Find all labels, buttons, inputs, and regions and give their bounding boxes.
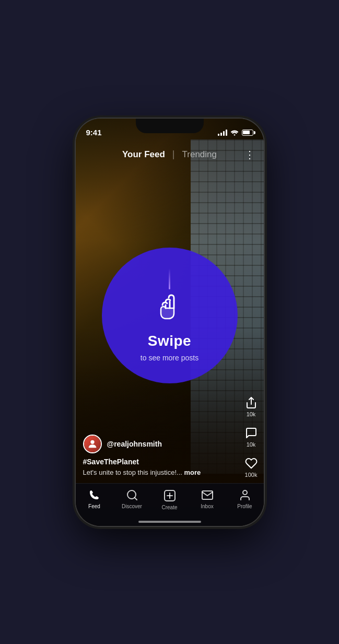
nav-create-label: Create [161,505,177,510]
svg-point-0 [90,440,94,444]
like-count: 100k [245,472,258,478]
phone-outer: 9:41 Your Feed | Trending ⋮ [0,0,339,644]
header-divider: | [172,149,175,160]
trending-tab[interactable]: Trending [176,149,223,160]
nav-discover-label: Discover [122,504,142,509]
phone-frame: 9:41 Your Feed | Trending ⋮ [76,119,264,526]
swipe-title: Swipe [148,333,191,349]
comment-button[interactable]: 10k [245,427,258,448]
nav-profile-label: Profile [237,504,252,509]
comment-icon [245,427,258,439]
feed-icon [88,489,101,501]
nav-profile[interactable]: Profile [226,489,264,509]
svg-line-3 [134,497,136,499]
wifi-icon [230,130,239,136]
username[interactable]: @realjohnsmith [107,440,162,448]
svg-point-7 [243,490,247,495]
post-info: @realjohnsmith #SaveThePlanet Let's unit… [76,435,232,477]
signal-icon [218,130,227,136]
nav-inbox[interactable]: Inbox [189,489,226,509]
more-button[interactable]: ⋮ [244,148,255,161]
share-icon [245,396,258,409]
swipe-subtitle: to see more posts [141,354,198,362]
avatar[interactable] [83,435,102,453]
status-time: 9:41 [86,128,102,137]
user-row: @realjohnsmith [83,435,225,453]
comment-count: 10k [247,441,256,448]
swipe-line [169,268,170,289]
inbox-icon [201,489,214,501]
nav-feed[interactable]: Feed [76,489,113,509]
status-icons [218,130,253,136]
hand-icon [154,294,185,326]
home-indicator [138,521,201,523]
nav-feed-label: Feed [88,504,100,509]
nav-create[interactable]: Create [151,489,189,510]
profile-icon [239,489,251,501]
more-link[interactable]: more [184,469,201,476]
battery-icon [242,130,253,136]
your-feed-tab[interactable]: Your Feed [116,149,171,160]
share-count: 10k [247,411,256,417]
like-button[interactable]: 100k [245,457,258,478]
notch [136,119,204,133]
discover-icon [126,489,138,501]
bottom-nav: Feed Discover Create [76,483,264,526]
heart-icon [245,457,258,470]
swipe-overlay[interactable]: Swipe to see more posts [102,248,238,383]
nav-inbox-label: Inbox [201,504,213,509]
nav-discover[interactable]: Discover [113,489,151,509]
share-button[interactable]: 10k [245,396,258,417]
post-hashtag: #SaveThePlanet [83,458,225,466]
header: Your Feed | Trending ⋮ [76,142,264,168]
create-icon [163,489,177,502]
post-caption: Let's unite to stop this injustice!... m… [83,468,225,477]
